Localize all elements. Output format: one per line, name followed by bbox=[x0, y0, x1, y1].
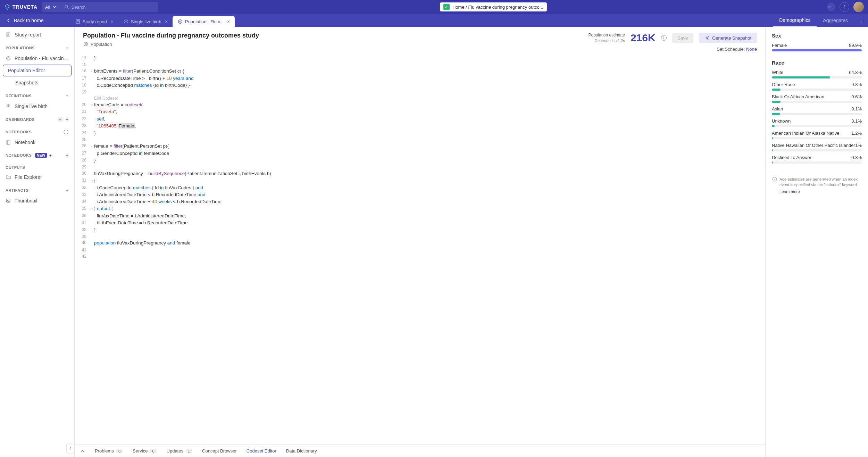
line-number: 22 bbox=[75, 116, 89, 123]
fold-toggle bbox=[89, 240, 94, 247]
breadcrumb-chip[interactable]: ✓ Home / Flu vaccine during pregnancy ou… bbox=[440, 2, 547, 11]
learn-more-link[interactable]: Learn more bbox=[779, 189, 862, 194]
fold-toggle[interactable] bbox=[89, 143, 94, 150]
tab-close-button[interactable]: × bbox=[227, 19, 230, 24]
code-line: 15 bbox=[75, 61, 765, 68]
breadcrumb-more-button[interactable] bbox=[827, 3, 835, 11]
fold-toggle[interactable] bbox=[89, 68, 94, 75]
info-icon[interactable]: i bbox=[661, 35, 667, 41]
search-scope-select[interactable]: All bbox=[42, 2, 61, 12]
fold-toggle[interactable] bbox=[89, 101, 94, 108]
collapse-sidebar-button[interactable] bbox=[66, 443, 75, 454]
svg-point-19 bbox=[84, 42, 88, 46]
search-bar: All bbox=[42, 2, 158, 12]
chevron-up-icon[interactable] bbox=[80, 448, 85, 454]
code-content: femaleCode = codeset( bbox=[94, 101, 765, 108]
bottom-updates[interactable]: Updates 1 bbox=[167, 448, 193, 454]
new-badge: NEW bbox=[35, 153, 47, 158]
svg-point-13 bbox=[8, 58, 9, 59]
generate-snapshot-button[interactable]: Generate Snapshot bbox=[699, 33, 757, 43]
document-tab[interactable]: Study report× bbox=[70, 16, 118, 27]
tab-close-button[interactable]: × bbox=[165, 19, 168, 24]
info-icon[interactable] bbox=[63, 129, 69, 135]
code-line: 35} output { bbox=[75, 205, 765, 212]
tab-close-button[interactable]: × bbox=[110, 19, 113, 24]
fold-toggle bbox=[89, 198, 94, 205]
code-line: 37 birthEventDateTime = b.RecordedDateTi… bbox=[75, 219, 765, 226]
search-input[interactable] bbox=[72, 5, 156, 10]
edit-codeset-inlay[interactable]: Edit Codeset bbox=[75, 95, 765, 101]
sidebar-heading-notebooks: NOTEBOOKS bbox=[0, 124, 74, 137]
truveta-logo-icon bbox=[4, 4, 10, 10]
svg-point-2 bbox=[831, 7, 832, 7]
code-content bbox=[94, 164, 765, 170]
folder-icon bbox=[6, 174, 11, 180]
back-to-home-link[interactable]: Back to home bbox=[0, 14, 49, 27]
svg-point-6 bbox=[178, 20, 182, 24]
sidebar-file-explorer[interactable]: File Explorer bbox=[0, 172, 74, 183]
svg-point-0 bbox=[65, 5, 67, 8]
sidebar-item-label: Snapshots bbox=[15, 80, 38, 85]
bottom-service[interactable]: Service 0 bbox=[133, 448, 157, 454]
bottom-data-dictionary[interactable]: Data Dictionary bbox=[286, 448, 317, 454]
svg-point-1 bbox=[829, 7, 830, 7]
code-content: i.AdministeredDateTime + 40 weeks < b.Re… bbox=[94, 198, 765, 205]
gear-icon[interactable] bbox=[57, 117, 63, 122]
code-content: female = filter(Patient.PersonSet p){ bbox=[94, 143, 765, 150]
sidebar-population-editor[interactable]: Population Editor bbox=[3, 65, 72, 76]
sidebar-study-report[interactable]: Study report bbox=[0, 27, 74, 40]
code-content bbox=[94, 253, 765, 259]
bar-track bbox=[772, 149, 862, 151]
bottom-problems[interactable]: Problems 0 bbox=[95, 448, 123, 454]
code-content: "1065405"Female, bbox=[94, 123, 765, 130]
help-button[interactable] bbox=[840, 2, 849, 12]
population-icon bbox=[177, 19, 183, 24]
sparkle-icon bbox=[48, 154, 52, 158]
bottom-concept-browser[interactable]: Concept Browser bbox=[202, 448, 237, 454]
sidebar-pop-flu[interactable]: Population - Flu vaccine ... bbox=[0, 53, 74, 64]
code-content: } bbox=[94, 157, 765, 164]
code-line: 29 bbox=[75, 164, 765, 170]
line-number: 24 bbox=[75, 130, 89, 136]
tab-demographics[interactable]: Demographics bbox=[773, 14, 817, 27]
sidebar-notebook[interactable]: Notebook bbox=[0, 137, 74, 148]
code-editor[interactable]: 14}1516birthEvents = filter(Patient.Cond… bbox=[75, 55, 765, 444]
tab-aggregates[interactable]: Aggregates bbox=[817, 14, 854, 27]
fold-toggle[interactable] bbox=[89, 205, 94, 212]
add-dashboard-button[interactable]: + bbox=[66, 117, 69, 122]
brand-logo[interactable]: TRUVETA bbox=[4, 4, 37, 10]
bar-fill bbox=[772, 149, 773, 151]
line-number: 26 bbox=[75, 143, 89, 150]
fold-toggle bbox=[89, 184, 94, 191]
code-content: fluVaxDuringPregnancy = buildBySequence(… bbox=[94, 170, 765, 177]
fold-toggle bbox=[89, 89, 94, 95]
second-bar: Back to home Study report×Single live bi… bbox=[0, 14, 868, 27]
document-tab[interactable]: Single live birth× bbox=[118, 16, 173, 27]
line-number: 37 bbox=[75, 219, 89, 226]
user-avatar[interactable] bbox=[853, 2, 864, 12]
line-number: 42 bbox=[75, 253, 89, 259]
bar-track bbox=[772, 76, 862, 78]
help-icon bbox=[842, 4, 847, 10]
sidebar-thumbnail[interactable]: Thumbnail bbox=[0, 195, 74, 206]
sidebar-snapshots[interactable]: Snapshots bbox=[3, 77, 74, 88]
schedule-link[interactable]: None bbox=[746, 47, 757, 52]
svg-rect-17 bbox=[7, 199, 10, 202]
save-button[interactable]: Save bbox=[672, 33, 694, 43]
add-population-button[interactable]: + bbox=[66, 45, 69, 51]
document-tab[interactable]: Population - Flu v...× bbox=[173, 16, 235, 27]
tab-label: Population - Flu v... bbox=[185, 19, 224, 24]
add-definition-button[interactable]: + bbox=[66, 93, 69, 99]
add-notebook-button[interactable]: + bbox=[66, 153, 69, 158]
line-number: 39 bbox=[75, 233, 89, 240]
bottom-codeset-editor[interactable]: Codeset Editor bbox=[247, 448, 276, 454]
code-line: 20femaleCode = codeset( bbox=[75, 101, 765, 108]
back-label: Back to home bbox=[14, 18, 44, 23]
right-panel-menu-button[interactable] bbox=[854, 18, 868, 23]
sidebar-single-live-birth[interactable]: Single live birth bbox=[0, 101, 74, 112]
image-icon bbox=[6, 198, 11, 203]
line-number: 15 bbox=[75, 61, 89, 68]
add-artifact-button[interactable]: + bbox=[66, 188, 69, 193]
chevron-left-icon bbox=[68, 446, 73, 451]
fold-toggle[interactable] bbox=[89, 177, 94, 184]
